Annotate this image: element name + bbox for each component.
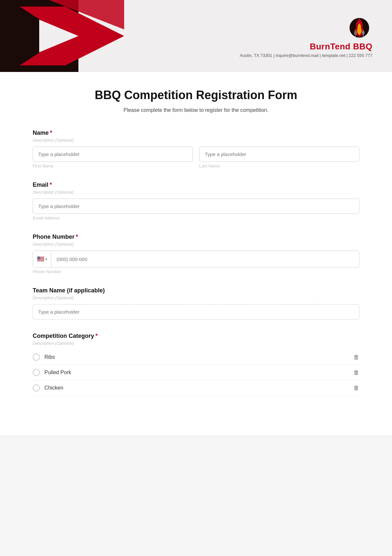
brand-section: BurnTend BBQ Austin, TX 73301 | inquire@…	[240, 14, 372, 58]
team-description: Description (Optional)	[33, 295, 359, 300]
category-label: Competition Category *	[33, 333, 359, 339]
chicken-label: Chicken	[44, 385, 63, 391]
category-option-chicken: Chicken 🗑	[33, 380, 359, 395]
first-name-hint: First Name	[33, 164, 193, 168]
page-header: BurnTend BBQ Austin, TX 73301 | inquire@…	[0, 0, 392, 72]
email-section: Email * Description (Optional) Email Add…	[33, 182, 359, 220]
name-fields-row: First Name Last Name	[33, 147, 359, 168]
chicken-delete-icon[interactable]: 🗑	[353, 385, 359, 391]
brand-name-text: BurnTend BBQ	[310, 42, 372, 52]
pulled-pork-radio[interactable]	[33, 369, 40, 376]
brand-info-text: Austin, TX 73301 | inquire@burntend.mail…	[240, 53, 372, 58]
category-section: Competition Category * Description (Opti…	[33, 333, 359, 396]
last-name-hint: Last Name	[199, 164, 359, 168]
phone-input-row: 🇺🇸 ▾	[33, 251, 359, 268]
form-title: BBQ Competition Registration Form	[33, 88, 359, 102]
first-name-col: First Name	[33, 147, 193, 168]
brand-logo-icon	[346, 14, 372, 40]
main-content: BBQ Competition Registration Form Please…	[0, 72, 392, 435]
email-required-star: *	[50, 182, 52, 188]
pulled-pork-delete-icon[interactable]: 🗑	[353, 369, 359, 376]
first-name-input[interactable]	[33, 147, 193, 162]
chevron-down-icon: ▾	[45, 257, 47, 261]
team-label: Team Name (if applicable)	[33, 287, 359, 294]
name-description: Description (Optional)	[33, 138, 359, 143]
phone-section: Phone Number * Description (Optional) 🇺🇸…	[33, 234, 359, 274]
ribs-label: Ribs	[44, 354, 55, 360]
category-option-ribs: Ribs 🗑	[33, 350, 359, 365]
us-flag-icon: 🇺🇸	[37, 255, 44, 263]
ribs-radio[interactable]	[33, 354, 40, 361]
category-option-pulled-pork: Pulled Pork 🗑	[33, 365, 359, 380]
category-required-star: *	[95, 333, 98, 339]
pulled-pork-label: Pulled Pork	[44, 370, 71, 375]
email-hint: Email Address	[33, 216, 359, 220]
last-name-input[interactable]	[199, 147, 359, 162]
email-input[interactable]	[33, 199, 359, 214]
phone-label: Phone Number *	[33, 234, 359, 240]
name-section: Name * Description (Optional) First Name…	[33, 130, 359, 168]
category-description: Description (Optional)	[33, 341, 359, 346]
phone-number-input[interactable]	[51, 252, 359, 267]
name-required-star: *	[50, 130, 52, 136]
ribs-delete-icon[interactable]: 🗑	[353, 354, 359, 361]
chicken-radio[interactable]	[33, 384, 40, 391]
email-description: Description (Optional)	[33, 190, 359, 195]
name-label: Name *	[33, 130, 359, 136]
phone-required-star: *	[76, 234, 78, 240]
team-name-input[interactable]	[33, 304, 359, 320]
phone-description: Description (Optional)	[33, 242, 359, 247]
team-name-section: Team Name (if applicable) Description (O…	[33, 287, 359, 320]
form-subtitle: Please complete the form below to regist…	[33, 107, 359, 113]
phone-hint: Phone Number	[33, 269, 359, 274]
phone-country-selector[interactable]: 🇺🇸 ▾	[33, 251, 51, 267]
last-name-col: Last Name	[199, 147, 359, 168]
email-label: Email *	[33, 182, 359, 188]
